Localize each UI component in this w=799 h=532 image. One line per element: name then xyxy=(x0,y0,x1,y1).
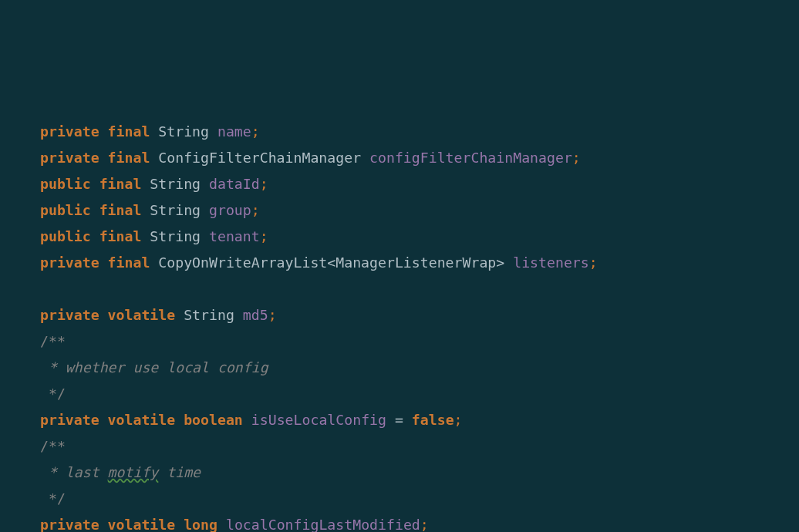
javadoc-open: /** xyxy=(40,333,66,349)
code-line: private final CopyOnWriteArrayList<Manag… xyxy=(40,250,799,276)
type-string: String xyxy=(150,202,201,218)
keyword-public: public xyxy=(40,176,91,192)
keyword-private: private xyxy=(40,307,99,323)
javadoc-close: */ xyxy=(40,386,66,402)
typo-word: motify xyxy=(108,464,159,480)
field-isUseLocalConfig: isUseLocalConfig xyxy=(251,412,386,428)
keyword-final: final xyxy=(108,150,150,166)
field-listeners: listeners xyxy=(513,254,589,271)
keyword-final: final xyxy=(108,254,150,271)
field-localConfigLastModified: localConfigLastModified xyxy=(226,517,420,532)
code-line: private volatile String md5; xyxy=(40,302,799,328)
javadoc-body-suffix: time xyxy=(158,464,201,480)
field-md5: md5 xyxy=(243,307,268,323)
keyword-private: private xyxy=(40,123,99,140)
code-editor[interactable]: private final String name;private final … xyxy=(40,119,799,532)
comment-line: */ xyxy=(40,486,799,512)
keyword-public: public xyxy=(40,202,91,218)
code-line: public final String dataId; xyxy=(40,171,799,197)
comment-line: * whether use local config xyxy=(40,355,799,381)
semicolon: ; xyxy=(251,202,260,218)
literal-false: false xyxy=(412,412,454,428)
equals-operator: = xyxy=(395,412,403,428)
type-cfcm: ConfigFilterChainManager xyxy=(158,150,361,166)
field-name: name xyxy=(217,123,251,140)
semicolon: ; xyxy=(260,176,268,192)
keyword-volatile: volatile xyxy=(108,517,176,532)
code-line: private volatile boolean isUseLocalConfi… xyxy=(40,407,799,433)
semicolon: ; xyxy=(251,123,260,140)
keyword-final: final xyxy=(99,228,142,244)
field-tenant: tenant xyxy=(209,228,260,244)
field-group: group xyxy=(209,202,251,218)
code-line: private volatile long localConfigLastMod… xyxy=(40,512,799,532)
keyword-private: private xyxy=(40,412,99,428)
type-string: String xyxy=(184,307,234,323)
type-mlw: ManagerListenerWrap xyxy=(335,254,496,271)
code-line: public final String tenant; xyxy=(40,224,799,250)
type-cowal: CopyOnWriteArrayList xyxy=(158,254,327,271)
comment-line: */ xyxy=(40,381,799,407)
field-cfcm: configFilterChainManager xyxy=(369,150,572,166)
javadoc-open: /** xyxy=(40,438,66,454)
generic-open: < xyxy=(327,254,335,271)
semicolon: ; xyxy=(260,228,268,244)
keyword-volatile: volatile xyxy=(108,412,176,428)
keyword-public: public xyxy=(40,228,91,244)
semicolon: ; xyxy=(454,412,463,428)
code-line: public final String group; xyxy=(40,197,799,224)
field-dataId: dataId xyxy=(209,176,260,192)
semicolon: ; xyxy=(420,517,429,532)
comment-line: * last motify time xyxy=(40,460,799,486)
keyword-private: private xyxy=(40,150,99,166)
keyword-long: long xyxy=(184,517,217,532)
keyword-private: private xyxy=(40,517,99,532)
semicolon: ; xyxy=(268,307,277,323)
semicolon: ; xyxy=(589,254,598,271)
type-string: String xyxy=(150,176,201,192)
comment-line: /** xyxy=(40,328,799,355)
generic-close: > xyxy=(496,254,504,271)
keyword-final: final xyxy=(99,202,142,218)
semicolon: ; xyxy=(572,150,581,166)
type-string: String xyxy=(158,123,209,140)
keyword-private: private xyxy=(40,254,99,271)
keyword-final: final xyxy=(99,176,142,192)
keyword-boolean: boolean xyxy=(184,412,243,428)
keyword-final: final xyxy=(108,123,150,140)
blank-line xyxy=(40,276,799,302)
code-line: private final String name; xyxy=(40,119,799,145)
javadoc-body-prefix: * last xyxy=(40,464,108,480)
keyword-volatile: volatile xyxy=(108,307,176,323)
type-string: String xyxy=(150,228,201,244)
javadoc-body: * whether use local config xyxy=(40,359,268,375)
javadoc-close: */ xyxy=(40,490,66,507)
comment-line: /** xyxy=(40,433,799,460)
code-line: private final ConfigFilterChainManager c… xyxy=(40,145,799,171)
